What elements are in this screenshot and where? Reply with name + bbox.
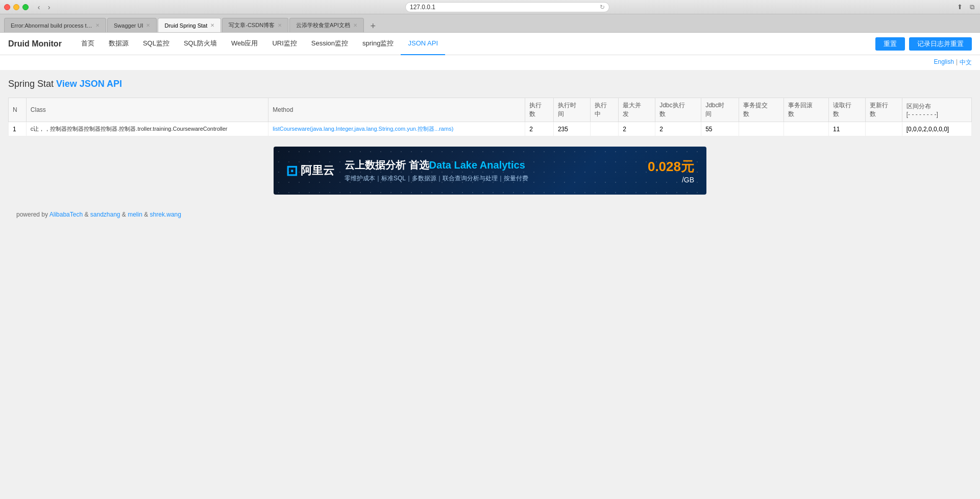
nav-json-api[interactable]: JSON API: [401, 33, 445, 55]
table-header: N Class Method 执行数 执行时间 执行中 最大并发 Jdbc执行数…: [9, 98, 972, 122]
forward-button[interactable]: ›: [45, 3, 53, 11]
nav-links: 首页 数据源 SQL监控 SQL防火墙 Web应用 URI监控 Session监…: [74, 33, 445, 55]
tab-label: Swagger UI: [114, 22, 143, 29]
cell-exec-time: 235: [553, 122, 590, 136]
nav-web-app[interactable]: Web应用: [224, 33, 265, 55]
footer-sep-3: &: [144, 211, 150, 218]
back-button[interactable]: ‹: [35, 3, 43, 11]
brand: Druid Monitor: [8, 39, 62, 49]
ad-title-highlight: Data Lake Analytics: [429, 159, 525, 171]
lang-bar: English | 中文: [0, 55, 980, 70]
footer: powered by AlibabaTech & sandzhang & mel…: [8, 205, 972, 224]
ad-logo-text: 阿里云: [301, 163, 334, 178]
ad-title-plain: 云上数据分析 首选: [345, 159, 429, 171]
cell-method: listCourseware(java.lang.Integer,java.la…: [268, 122, 525, 136]
reload-icon[interactable]: ↻: [600, 4, 605, 11]
tab-swagger[interactable]: Swagger UI ✕: [107, 18, 157, 32]
tab-error[interactable]: Error:Abnormal build process termination…: [4, 18, 106, 32]
footer-link-melin[interactable]: melin: [128, 211, 142, 218]
url-text: 127.0.0.1: [410, 4, 435, 11]
cell-read-rows: 11: [829, 122, 866, 136]
ad-text: 云上数据分析 首选Data Lake Analytics 零维护成本｜标准SQL…: [345, 158, 648, 183]
tab-csdn[interactable]: 写文章-CSDN博客 ✕: [222, 18, 288, 32]
titlebar: ‹ › 127.0.0.1 ↻ ⬆ ⧉: [0, 0, 980, 14]
ad-logo-icon: ⊡: [286, 162, 298, 179]
footer-sep-1: &: [84, 211, 90, 218]
maximize-button[interactable]: [22, 4, 29, 10]
col-exec-count: 执行数: [525, 98, 554, 122]
nav-session-monitor[interactable]: Session监控: [304, 33, 355, 55]
titlebar-actions: ⬆ ⧉: [955, 3, 976, 11]
titlebar-center: 127.0.0.1 ↻: [59, 2, 955, 12]
page-title-prefix: Spring Stat: [8, 79, 56, 89]
col-jdbc-exec: Jdbc执行数: [655, 98, 701, 122]
share-button[interactable]: ⬆: [955, 3, 964, 11]
tab-close-icon[interactable]: ✕: [95, 22, 100, 28]
navbar: Druid Monitor 首页 数据源 SQL监控 SQL防火墙 Web应用 …: [0, 33, 980, 55]
ad-banner[interactable]: ⊡ 阿里云 云上数据分析 首选Data Lake Analytics 零维护成本…: [274, 147, 706, 195]
tabbar: Error:Abnormal build process termination…: [0, 14, 980, 33]
lang-english[interactable]: English: [934, 58, 954, 67]
footer-sep-2: &: [122, 211, 128, 218]
window: ‹ › 127.0.0.1 ↻ ⬆ ⧉ Error:Abnormal build…: [0, 0, 980, 499]
cell-jdbc-exec: 2: [655, 122, 701, 136]
tab-label: 云添学校食堂API文档: [296, 21, 350, 29]
table-body: 1 c让，，控制器控制器控制器控制器.控制器.troller.training.…: [9, 122, 972, 136]
nav-uri-monitor[interactable]: URI监控: [265, 33, 304, 55]
cell-n: 1: [9, 122, 27, 136]
ad-price-amount: 0.028元: [648, 158, 694, 176]
data-table: N Class Method 执行数 执行时间 执行中 最大并发 Jdbc执行数…: [8, 98, 972, 136]
ad-subtitle: 零维护成本｜标准SQL｜多数据源｜联合查询分析与处理｜按量付费: [345, 174, 648, 183]
col-n: N: [9, 98, 27, 122]
ad-price-unit: /GB: [648, 176, 694, 184]
new-tab-button[interactable]: ⧉: [968, 3, 976, 11]
tab-api-docs[interactable]: 云添学校食堂API文档 ✕: [289, 18, 364, 32]
lang-separator: |: [956, 58, 958, 67]
tab-close-icon[interactable]: ✕: [353, 22, 357, 28]
ad-title: 云上数据分析 首选Data Lake Analytics: [345, 158, 648, 172]
table-row: 1 c让，，控制器控制器控制器控制器.控制器.troller.training.…: [9, 122, 972, 136]
tab-label: Error:Abnormal build process termination…: [11, 22, 92, 29]
close-button[interactable]: [4, 4, 10, 10]
lang-chinese[interactable]: 中文: [960, 58, 972, 67]
col-tx-commit: 事务提交数: [739, 98, 783, 122]
minimize-button[interactable]: [13, 4, 19, 10]
col-class: Class: [26, 98, 268, 122]
col-executing: 执行中: [590, 98, 619, 122]
reset-log-button[interactable]: 记录日志并重置: [909, 37, 972, 51]
cell-exec-count: 2: [525, 122, 554, 136]
footer-link-shrekwang[interactable]: shrek.wang: [150, 211, 181, 218]
nav-sql-monitor[interactable]: SQL监控: [136, 33, 177, 55]
col-exec-time: 执行时间: [553, 98, 590, 122]
footer-link-alibaba[interactable]: AlibabaTech: [50, 211, 83, 218]
tab-label: Druid Spring Stat: [164, 22, 207, 29]
col-jdbc-time: Jdbc时间: [701, 98, 739, 122]
nav-home[interactable]: 首页: [74, 33, 102, 55]
view-json-api-link[interactable]: View JSON API: [56, 79, 122, 89]
add-tab-button[interactable]: +: [367, 20, 379, 32]
tab-close-icon[interactable]: ✕: [210, 22, 214, 28]
cell-interval: [0,0,0,2,0,0,0,0]: [902, 122, 971, 136]
tab-close-icon[interactable]: ✕: [278, 22, 282, 28]
footer-link-sandzhang[interactable]: sandzhang: [90, 211, 120, 218]
col-method: Method: [268, 98, 525, 122]
nav-actions: 重置 记录日志并重置: [875, 37, 972, 51]
tab-druid-spring-stat[interactable]: Druid Spring Stat ✕: [158, 18, 221, 32]
col-tx-rollback: 事务回滚数: [783, 98, 828, 122]
reset-button[interactable]: 重置: [875, 37, 905, 51]
nav-datasource[interactable]: 数据源: [102, 33, 136, 55]
ad-logo: ⊡ 阿里云: [286, 162, 334, 179]
nav-sql-firewall[interactable]: SQL防火墙: [177, 33, 224, 55]
page-title: Spring Stat View JSON API: [8, 79, 972, 89]
nav-spring-monitor[interactable]: spring监控: [355, 33, 401, 55]
method-link[interactable]: listCourseware(java.lang.Integer,java.la…: [273, 126, 453, 132]
tab-close-icon[interactable]: ✕: [146, 22, 150, 28]
ad-price: 0.028元 /GB: [648, 158, 694, 184]
col-read-rows: 读取行数: [829, 98, 866, 122]
cell-max-concurrent: 2: [619, 122, 655, 136]
tab-label: 写文章-CSDN博客: [229, 21, 275, 29]
cell-executing: [590, 122, 619, 136]
ad-container: ⊡ 阿里云 云上数据分析 首选Data Lake Analytics 零维护成本…: [8, 136, 972, 205]
url-bar[interactable]: 127.0.0.1 ↻: [405, 2, 609, 12]
footer-powered-by: powered by: [16, 211, 50, 218]
